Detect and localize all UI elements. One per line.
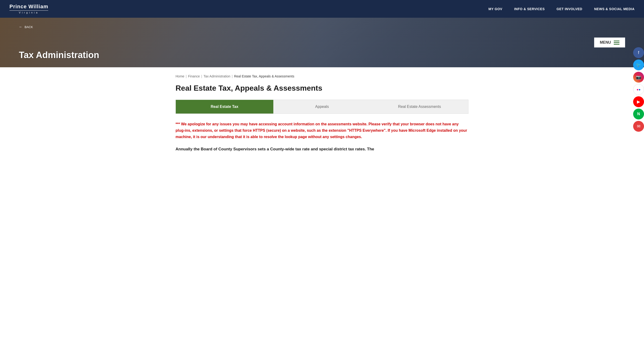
logo-main-text: Prince William	[10, 3, 48, 10]
instagram-button[interactable]: 📷	[633, 72, 644, 83]
breadcrumb-current: Real Estate Tax, Appeals & Assessments	[234, 74, 294, 78]
instagram-icon: 📷	[636, 75, 641, 80]
main-content: Home | Finance | Tax Administration | Re…	[157, 67, 487, 166]
tab-real-estate-assessments[interactable]: Real Estate Assessments	[371, 100, 468, 114]
breadcrumb: Home | Finance | Tax Administration | Re…	[176, 74, 468, 78]
nav-get-involved[interactable]: GET INVOLVED	[556, 7, 582, 11]
breadcrumb-sep-1: |	[186, 74, 187, 78]
alert-message: *** We apologize for any issues you may …	[176, 121, 468, 140]
nav-news-social[interactable]: NEWS & SOCIAL MEDIA	[594, 7, 634, 11]
menu-label: MENU	[600, 40, 611, 45]
youtube-button[interactable]: ▶	[633, 96, 644, 107]
breadcrumb-finance[interactable]: Finance	[188, 74, 200, 78]
flickr-button[interactable]: ●●	[633, 84, 644, 95]
breadcrumb-tax-admin[interactable]: Tax Administration	[204, 74, 230, 78]
hero-banner: BACK Tax Administration MENU	[0, 18, 644, 67]
nextdoor-button[interactable]: N	[633, 109, 644, 119]
email-button[interactable]: ✉	[633, 121, 644, 132]
tab-bar: Real Estate Tax Appeals Real Estate Asse…	[176, 100, 468, 114]
facebook-button[interactable]: f	[633, 47, 644, 58]
breadcrumb-sep-3: |	[232, 74, 233, 78]
menu-icon	[614, 41, 620, 45]
flickr-icon: ●●	[637, 88, 641, 91]
tab-appeals[interactable]: Appeals	[273, 100, 371, 114]
hero-content: Tax Administration	[19, 50, 99, 60]
logo-sub-text: Virginia	[10, 10, 48, 14]
site-header: Prince William Virginia MY GOV INFO & SE…	[0, 0, 644, 18]
menu-button[interactable]: MENU	[594, 37, 625, 47]
nextdoor-icon: N	[637, 112, 640, 116]
back-link[interactable]: BACK	[19, 25, 33, 29]
youtube-icon: ▶	[637, 99, 640, 104]
logo[interactable]: Prince William Virginia	[10, 3, 48, 14]
tab-real-estate-tax[interactable]: Real Estate Tax	[176, 100, 273, 114]
twitter-button[interactable]: 🐦	[633, 59, 644, 70]
hero-title: Tax Administration	[19, 50, 99, 60]
facebook-icon: f	[638, 50, 639, 55]
body-text: Annually the Board of County Supervisors…	[176, 146, 468, 152]
page-title: Real Estate Tax, Appeals & Assessments	[176, 84, 468, 92]
nav-info-services[interactable]: INFO & SERVICES	[514, 7, 544, 11]
main-nav: MY GOV INFO & SERVICES GET INVOLVED NEWS…	[488, 7, 634, 11]
email-icon: ✉	[637, 124, 640, 129]
twitter-icon: 🐦	[636, 62, 641, 67]
nav-my-gov[interactable]: MY GOV	[488, 7, 502, 11]
social-sidebar: f 🐦 📷 ●● ▶ N ✉	[633, 47, 644, 132]
breadcrumb-sep-2: |	[201, 74, 202, 78]
breadcrumb-home[interactable]: Home	[176, 74, 184, 78]
